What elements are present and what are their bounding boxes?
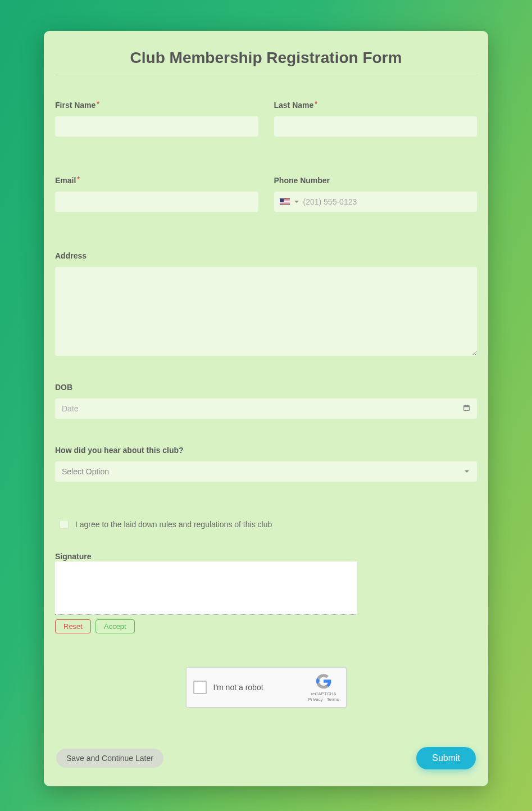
phone-label: Phone Number — [274, 176, 478, 185]
signature-pad[interactable] — [55, 561, 357, 615]
address-field: Address — [55, 251, 477, 356]
recaptcha: I'm not a robot reCAPTCHA Privacy - Term… — [186, 667, 347, 708]
recaptcha-icon — [315, 672, 333, 690]
address-label: Address — [55, 251, 477, 260]
save-continue-button[interactable]: Save and Continue Later — [56, 749, 163, 768]
hear-about-select[interactable]: Select Option — [55, 461, 477, 482]
address-input[interactable] — [55, 267, 477, 356]
email-input[interactable] — [55, 192, 258, 212]
form-body: First Name* Last Name* Email* Phone Numb… — [55, 75, 477, 769]
phone-input-wrap — [274, 192, 478, 212]
calendar-icon[interactable] — [463, 404, 470, 413]
dob-input[interactable] — [55, 398, 477, 419]
recaptcha-brand: reCAPTCHA Privacy - Terms — [308, 672, 339, 703]
svg-rect-3 — [467, 405, 468, 406]
page-title: Club Membership Registration Form — [55, 42, 477, 75]
email-label: Email* — [55, 176, 258, 185]
phone-input[interactable] — [303, 192, 472, 212]
hear-about-field: How did you hear about this club? Select… — [55, 446, 477, 482]
recaptcha-checkbox[interactable] — [193, 681, 207, 694]
agree-checkbox[interactable] — [60, 520, 69, 529]
svg-rect-2 — [465, 405, 466, 406]
agree-row: I agree to the laid down rules and regul… — [55, 514, 477, 551]
first-name-field: First Name* — [55, 101, 258, 137]
form-card: Club Membership Registration Form First … — [44, 31, 488, 786]
dob-label: DOB — [55, 383, 477, 392]
accept-button[interactable]: Accept — [96, 619, 135, 633]
chevron-down-icon[interactable] — [294, 201, 299, 203]
dob-field: DOB — [55, 383, 477, 419]
flag-us-icon[interactable] — [280, 198, 290, 205]
phone-field: Phone Number — [274, 176, 478, 212]
svg-rect-1 — [464, 406, 470, 407]
last-name-field: Last Name* — [274, 101, 478, 137]
hear-about-label: How did you hear about this club? — [55, 446, 477, 455]
reset-button[interactable]: Reset — [55, 619, 91, 633]
recaptcha-label: I'm not a robot — [213, 683, 302, 692]
required-asterisk: * — [315, 100, 317, 108]
last-name-label: Last Name* — [274, 101, 478, 110]
agree-label: I agree to the laid down rules and regul… — [75, 520, 272, 529]
email-field: Email* — [55, 176, 258, 212]
submit-button[interactable]: Submit — [416, 747, 476, 769]
last-name-input[interactable] — [274, 116, 478, 137]
first-name-label: First Name* — [55, 101, 258, 110]
first-name-input[interactable] — [55, 116, 258, 137]
signature-label: Signature — [55, 552, 92, 561]
footer-row: Save and Continue Later Submit — [55, 747, 477, 769]
required-asterisk: * — [97, 100, 99, 108]
required-asterisk: * — [77, 175, 80, 183]
signature-field: Signature Reset Accept — [55, 551, 477, 633]
